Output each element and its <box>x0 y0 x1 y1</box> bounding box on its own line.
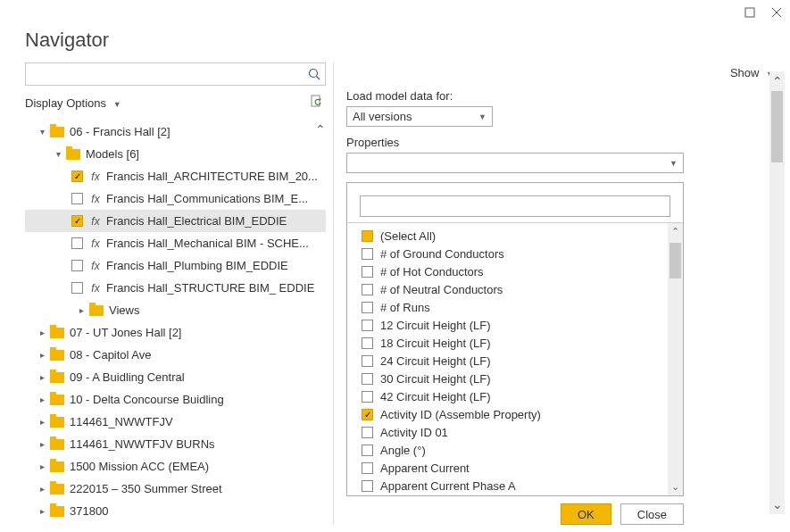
checkbox-icon[interactable] <box>362 355 373 367</box>
search-input[interactable] <box>26 68 304 81</box>
checkbox-icon[interactable] <box>71 260 83 271</box>
chevron-right-icon[interactable]: ▸ <box>36 395 48 404</box>
checkbox-icon[interactable] <box>71 282 83 294</box>
property-row[interactable]: Apparent Current <box>356 459 683 477</box>
checkbox-icon[interactable] <box>362 391 373 403</box>
folder-icon <box>50 439 64 450</box>
tree-view: ▾ 06 - Francis Hall [2] ▾ Models [6] ✓fx… <box>25 121 326 525</box>
search-icon[interactable] <box>304 68 325 80</box>
checkbox-icon[interactable] <box>362 266 373 278</box>
checkbox-icon[interactable] <box>362 462 373 474</box>
property-row[interactable]: # of Neutral Conductors <box>356 280 683 298</box>
checkbox-icon[interactable] <box>362 302 373 313</box>
checkbox-icon[interactable]: ✓ <box>71 215 83 227</box>
tree-folder-root[interactable]: ▾ 06 - Francis Hall [2] <box>25 121 326 143</box>
property-row[interactable]: # of Ground Conductors <box>356 245 683 262</box>
properties-dropdown[interactable]: ▼ <box>346 153 684 173</box>
checkbox-icon[interactable] <box>362 373 373 385</box>
tree-folder-item[interactable]: ▸371800 <box>25 500 326 522</box>
chevron-right-icon[interactable]: ▸ <box>36 372 48 382</box>
checkbox-icon[interactable] <box>71 237 83 249</box>
chevron-right-icon[interactable]: ▸ <box>36 439 48 449</box>
tree-model-item[interactable]: fxFrancis Hall_Mechanical BIM - SCHE... <box>25 232 326 254</box>
checkbox-icon[interactable] <box>362 427 373 438</box>
chevron-right-icon[interactable]: ▸ <box>36 417 48 427</box>
checkbox-icon[interactable] <box>362 248 373 260</box>
refresh-icon[interactable] <box>310 95 324 112</box>
property-row[interactable]: Angle (°) <box>356 441 683 459</box>
tree-folder-item[interactable]: ▸09 - A Buidling Central <box>25 366 326 388</box>
chevron-down-icon: ▼ <box>478 112 486 121</box>
checkbox-icon[interactable] <box>362 480 373 492</box>
folder-icon <box>50 127 64 137</box>
display-options-dropdown[interactable]: Display Options ▼ <box>25 96 121 110</box>
load-model-dropdown[interactable]: All versions ▼ <box>346 106 493 127</box>
tree-model-item[interactable]: ✓fxFrancis Hall_ARCHITECTURE BIM_20... <box>25 165 326 187</box>
property-row[interactable]: Apparent Current Phase A <box>356 477 683 495</box>
tree-item-label: 10 - Delta Concourse Buidling <box>70 393 326 406</box>
checkbox-icon[interactable] <box>362 337 373 349</box>
property-row[interactable]: 18 Circuit Height (LF) <box>356 334 683 352</box>
select-all-row[interactable]: (Select All) <box>356 227 683 245</box>
chevron-right-icon[interactable]: ▸ <box>36 328 48 337</box>
checkbox-partial-icon[interactable] <box>362 230 373 242</box>
scrollbar[interactable]: ⌃ ⌄ <box>668 223 683 495</box>
window-maximize-button[interactable] <box>742 4 758 21</box>
checkbox-icon[interactable]: ✓ <box>71 170 83 182</box>
property-row[interactable]: ✓Activity ID (Assemble Property) <box>356 405 683 423</box>
chevron-down-icon[interactable]: ▾ <box>52 149 64 159</box>
property-row[interactable]: 42 Circuit Height (LF) <box>356 387 683 405</box>
property-row[interactable]: Activity ID 01 <box>356 423 683 441</box>
tree-folder-views[interactable]: ▸ Views <box>25 299 326 321</box>
checkbox-icon[interactable] <box>362 320 373 331</box>
checkbox-icon[interactable] <box>71 193 83 204</box>
tree-folder-item[interactable]: ▸10 - Delta Concourse Buidling <box>25 388 326 411</box>
tree-item-label: 07 - UT Jones Hall [2] <box>70 326 326 339</box>
scrollbar-thumb[interactable] <box>669 243 681 278</box>
search-box[interactable] <box>25 62 326 86</box>
tree-folder-item[interactable]: ▸114461_NWWTFJV <box>25 411 326 433</box>
properties-filter-input[interactable] <box>360 195 670 217</box>
scroll-down-icon[interactable]: ⌄ <box>772 497 783 511</box>
properties-panel: (Select All) # of Ground Conductors# of … <box>346 182 684 496</box>
tree-folder-item[interactable]: ▸07 - UT Jones Hall [2] <box>25 321 326 344</box>
tree-folder-item[interactable]: ▸08 - Capitol Ave <box>25 344 326 366</box>
chevron-right-icon[interactable]: ▸ <box>36 350 48 360</box>
chevron-down-icon[interactable]: ▾ <box>36 127 48 137</box>
page-title: Navigator <box>25 29 765 52</box>
chevron-right-icon[interactable]: ▸ <box>36 484 48 494</box>
close-button[interactable]: Close <box>620 503 684 525</box>
folder-icon <box>50 350 64 361</box>
tree-folder-models[interactable]: ▾ Models [6] <box>25 143 326 165</box>
chevron-right-icon[interactable]: ▸ <box>36 461 48 471</box>
tree-model-item[interactable]: ✓fxFrancis Hall_Electrical BIM_EDDIE <box>25 210 326 232</box>
window-close-button[interactable] <box>769 4 785 21</box>
property-row[interactable]: # of Hot Conductors <box>356 262 683 280</box>
checkbox-icon[interactable] <box>362 284 373 295</box>
property-row[interactable]: Apparent Current Phase B <box>356 495 683 495</box>
show-dropdown[interactable]: Show ▼ <box>730 66 774 525</box>
chevron-right-icon[interactable]: ▸ <box>75 305 87 315</box>
scroll-up-icon[interactable]: ⌃ <box>671 226 679 237</box>
tree-folder-item[interactable]: ▸222015 – 350 Summer Street <box>25 478 326 500</box>
property-row[interactable]: 24 Circuit Height (LF) <box>356 352 683 370</box>
properties-label: Properties <box>346 136 703 149</box>
tree-folder-item[interactable]: ▸114461_NWWTFJV BURNs <box>25 433 326 455</box>
tree-folder-item[interactable]: ▸1500 Mission ACC (EMEA) <box>25 455 326 478</box>
property-row[interactable]: # of Runs <box>356 298 683 316</box>
chevron-right-icon[interactable]: ▸ <box>36 506 48 516</box>
scrollbar-thumb[interactable] <box>771 91 783 162</box>
scroll-up-icon[interactable]: ⌃ <box>315 122 326 137</box>
ok-button[interactable]: OK <box>561 503 611 525</box>
tree-model-item[interactable]: fxFrancis Hall_STRUCTURE BIM_ EDDIE <box>25 277 326 299</box>
checkbox-icon[interactable] <box>362 445 373 456</box>
scroll-down-icon[interactable]: ⌄ <box>671 481 679 493</box>
tree-model-item[interactable]: fxFrancis Hall_Communications BIM_E... <box>25 187 326 210</box>
checkbox-icon[interactable]: ✓ <box>362 409 373 420</box>
property-row[interactable]: 12 Circuit Height (LF) <box>356 316 683 334</box>
tree-folder-item[interactable]: ▸400 Beale <box>25 522 326 525</box>
scroll-up-icon[interactable]: ⌃ <box>772 74 783 88</box>
scrollbar[interactable]: ⌃ ⌄ <box>769 71 785 514</box>
tree-model-item[interactable]: fxFrancis Hall_Plumbing BIM_EDDIE <box>25 254 326 277</box>
property-row[interactable]: 30 Circuit Height (LF) <box>356 370 683 387</box>
